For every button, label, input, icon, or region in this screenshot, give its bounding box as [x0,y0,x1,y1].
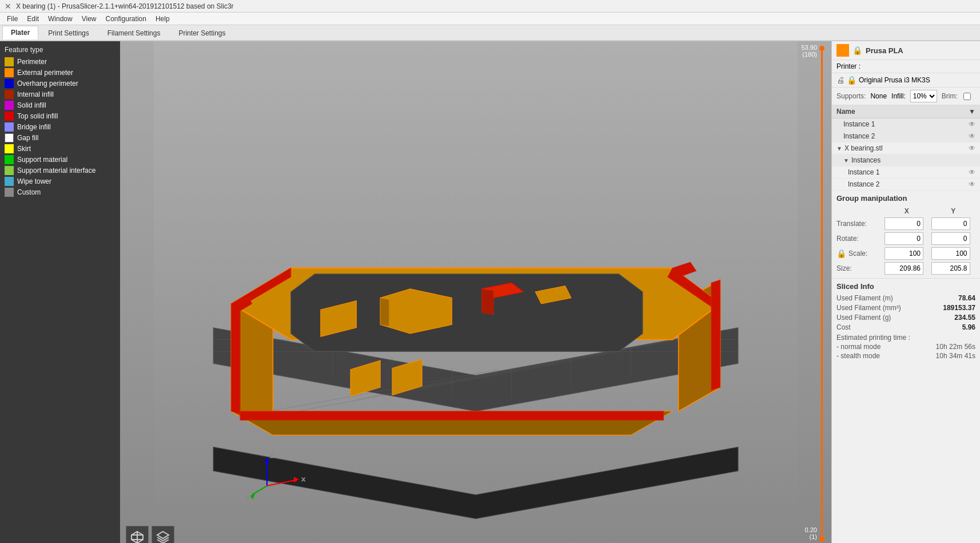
skirt-color-swatch [5,144,14,153]
height-slider-top-handle[interactable] [819,46,824,51]
controls-row: Supports: None Infill: 10% 5% 15% 20% Br… [832,88,980,105]
skirt-label: Skirt [17,145,31,153]
used-filament-mm3-row: Used Filament (mm³) 189153.37 [836,304,975,312]
eye-icon-instance1-top[interactable]: 👁 [969,120,975,128]
translate-y-input[interactable] [931,217,970,230]
tree-item-instance2-top[interactable]: Instance 2 👁 [832,130,980,142]
menu-edit[interactable]: Edit [22,14,43,24]
rotate-x-input[interactable] [885,232,923,245]
feature-legend: Feature type Perimeter External perimete… [0,41,120,543]
printer-name: Original Prusa i3 MK3S [859,76,930,84]
infill-select[interactable]: 10% 5% 15% 20% [910,90,937,102]
printer-label: Printer : [836,62,861,70]
scale-bottom-sub: (1) [805,533,817,540]
wipe-tower-label: Wipe tower [17,177,51,185]
scale-lock-icon: 🔒 [836,249,846,258]
collapse-icon-instances[interactable]: ▼ [843,157,849,164]
cost-label: Cost [836,323,851,331]
tree-scroll-indicator[interactable]: ▼ [969,108,975,116]
size-x-input[interactable] [885,262,923,275]
close-icon[interactable]: ✕ [5,2,11,11]
layers-view-button[interactable] [152,526,174,543]
used-filament-mm3-label: Used Filament (mm³) [836,304,901,312]
tree-item-instance2-nested[interactable]: Instance 2 👁 [832,179,980,191]
tree-item-xbearing-label: X bearing.stl [844,144,883,152]
group-manipulation: Group manipulation X Y Translate: Rotate… [832,191,980,279]
filament-bar: 🔒 Prusa PLA [832,41,980,60]
legend-internal-infill: Internal infill [5,90,115,99]
tree-header: Name ▼ [832,105,980,118]
viewport[interactable]: Z X Y 53.90 (180) 0.20 (1) [120,41,831,543]
overhang-perimeter-color-swatch [5,79,14,88]
tree-item-instances-group[interactable]: ▼ Instances [832,154,980,167]
legend-top-solid-infill: Top solid infill [5,112,115,121]
tab-filament-settings[interactable]: Filament Settings [99,26,169,39]
eye-icon-xbearing[interactable]: 👁 [969,144,975,152]
svg-text:Y: Y [246,495,250,501]
normal-mode-label: - normal mode [836,343,881,351]
internal-infill-label: Internal infill [17,90,54,98]
brim-checkbox[interactable] [963,93,971,100]
support-material-label: Support material [17,156,67,164]
scale-x-input[interactable] [885,247,923,260]
tabbar: Plater Print Settings Filament Settings … [0,25,980,41]
rotate-label: Rotate: [836,235,882,243]
rotate-y-input[interactable] [931,232,970,245]
used-filament-g-row: Used Filament (g) 234.55 [836,314,975,322]
legend-solid-infill: Solid infill [5,101,115,110]
scale-label: Scale: [848,249,867,257]
used-filament-m-label: Used Filament (m) [836,294,893,302]
tree-item-instance1-nested[interactable]: Instance 1 👁 [832,167,980,179]
legend-custom: Custom [5,188,115,197]
tree-item-instance1-top[interactable]: Instance 1 👁 [832,118,980,130]
printer-name-row: 🖨 🔒 Original Prusa i3 MK3S [832,73,980,88]
height-slider-bottom-handle[interactable] [819,537,824,542]
stealth-mode-row: - stealth mode 10h 34m 41s [836,352,975,360]
menu-help[interactable]: Help [151,14,174,24]
3d-viewport[interactable]: Z X Y 53.90 (180) 0.20 (1) [120,41,831,543]
svg-marker-31 [380,298,389,327]
tab-printer-settings[interactable]: Printer Settings [170,26,234,39]
cube-view-button[interactable] [126,526,149,543]
tree-item-instances-label: Instances [851,156,881,164]
rotate-row: Rotate: [836,232,975,245]
top-solid-infill-color-swatch [5,112,14,121]
menu-window[interactable]: Window [43,14,77,24]
legend-overhang-perimeter: Overhang perimeter [5,79,115,88]
internal-infill-color-swatch [5,90,14,99]
perimeter-color-swatch [5,57,14,66]
scale-y-input[interactable] [931,247,970,260]
scale-row: 🔒 Scale: [836,247,975,260]
legend-external-perimeter: External perimeter [5,68,115,77]
y-col-header: Y [931,207,976,215]
tab-plater[interactable]: Plater [2,26,38,39]
translate-x-input[interactable] [885,217,923,230]
svg-marker-30 [380,289,452,334]
tree-header-label: Name [836,108,855,116]
menubar: File Edit Window View Configuration Help [0,13,980,25]
menu-view[interactable]: View [77,14,101,24]
height-slider-line[interactable] [821,47,823,537]
used-filament-m-row: Used Filament (m) 78.64 [836,294,975,302]
filament-lock-icon: 🔒 [852,46,862,55]
eye-icon-instance2-top[interactable]: 👁 [969,132,975,140]
tree-item-xbearing[interactable]: ▼ X bearing.stl 👁 [832,142,980,154]
size-y-input[interactable] [931,262,970,275]
right-panel: 🔒 Prusa PLA Printer : 🖨 🔒 Original Prusa… [831,41,980,543]
window-title: X bearing (1) - PrusaSlicer-2.1.1+win64-… [16,2,234,10]
object-tree: Name ▼ Instance 1 👁 Instance 2 👁 ▼ X bea… [832,105,980,191]
filament-color-swatch[interactable] [836,44,849,57]
tab-print-settings[interactable]: Print Settings [39,26,97,39]
eye-icon-instance2-nested[interactable]: 👁 [969,180,975,188]
scale-top-value: 53.90 [801,44,817,51]
group-manip-title: Group manipulation [836,194,975,203]
bottom-icons [126,526,174,543]
normal-mode-value: 10h 22m 56s [936,343,975,351]
eye-icon-instance1-nested[interactable]: 👁 [969,168,975,176]
menu-configuration[interactable]: Configuration [101,14,151,24]
legend-support-material-interface: Support material interface [5,166,115,175]
collapse-icon-xbearing[interactable]: ▼ [836,145,842,152]
legend-skirt: Skirt [5,144,115,153]
sliced-info: Sliced Info Used Filament (m) 78.64 Used… [832,279,980,364]
menu-file[interactable]: File [2,14,22,24]
